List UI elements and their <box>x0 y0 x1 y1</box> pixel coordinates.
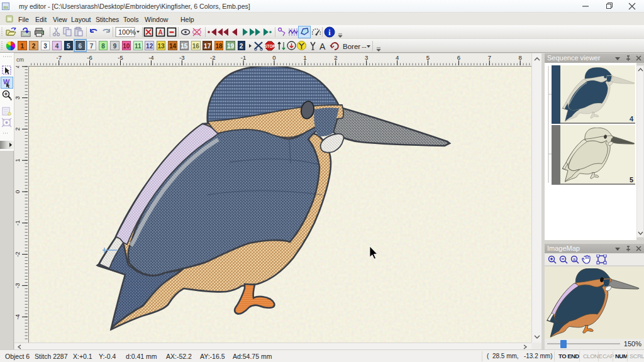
svg-text:Borer: Borer <box>343 43 360 50</box>
svg-text:6: 6 <box>457 54 460 61</box>
svg-text:0: 0 <box>272 54 275 61</box>
svg-text:4: 4 <box>14 66 21 68</box>
svg-text:-3: -3 <box>179 54 184 61</box>
svg-text:-1: -1 <box>241 54 246 61</box>
svg-text:0: 0 <box>14 190 21 193</box>
svg-text:-4: -4 <box>14 314 21 319</box>
svg-text:-7: -7 <box>56 54 61 61</box>
svg-text:STOP: STOP <box>264 44 275 48</box>
svg-text:5: 5 <box>426 54 430 61</box>
svg-text:4: 4 <box>396 54 399 61</box>
svg-text:2: 2 <box>14 128 21 131</box>
svg-text:--: -- <box>362 43 367 50</box>
svg-text:7: 7 <box>488 54 491 61</box>
svg-text:A: A <box>319 41 326 52</box>
svg-text:8: 8 <box>519 54 522 61</box>
svg-text:-4: -4 <box>148 54 153 61</box>
svg-text:-2: -2 <box>210 54 215 61</box>
svg-text:-2: -2 <box>14 251 21 256</box>
svg-text:3: 3 <box>14 96 21 99</box>
svg-text:-5: -5 <box>118 54 123 61</box>
svg-text:-6: -6 <box>87 54 92 61</box>
svg-text:a: a <box>573 257 575 261</box>
svg-text:-3: -3 <box>14 283 21 288</box>
svg-text:m: m <box>3 4 8 10</box>
svg-text:1: 1 <box>14 159 21 162</box>
svg-text:1: 1 <box>303 54 306 61</box>
svg-text:100%: 100% <box>118 28 136 36</box>
svg-text:3: 3 <box>365 54 368 61</box>
svg-text:2: 2 <box>334 54 337 61</box>
svg-text:A: A <box>158 29 163 36</box>
svg-text:-1: -1 <box>14 221 21 226</box>
